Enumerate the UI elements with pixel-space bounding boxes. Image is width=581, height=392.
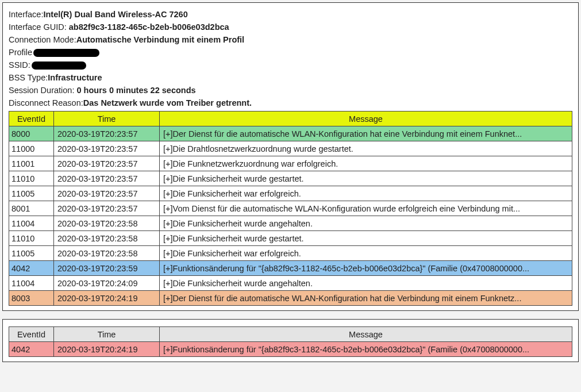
cell-time: 2020-03-19T20:24:19 [54,291,160,306]
table-row[interactable]: 110102020-03-19T20:23:57[+]Die Funksiche… [9,171,572,186]
cell-time: 2020-03-19T20:23:57 [54,126,160,141]
guid-label: Interface GUID: [9,22,69,32]
events-table-main: EventId Time Message 80002020-03-19T20:2… [9,111,572,306]
header-message: Message [160,327,572,342]
ssid-label: SSID: [9,60,30,70]
cell-message: [+]Vom Dienst für die automatische WLAN-… [160,201,572,216]
cell-message: [+]Der Dienst für die automatische WLAN-… [160,291,572,306]
table-row[interactable]: 110012020-03-19T20:23:57[+]Die Funknetzw… [9,156,572,171]
ssid-line: SSID: [9,60,572,70]
header-message: Message [160,112,572,126]
cell-time: 2020-03-19T20:23:58 [54,231,160,246]
cell-time: 2020-03-19T20:23:57 [54,201,160,216]
guid-line: Interface GUID: ab82f9c3-1182-465c-b2eb-… [9,22,572,32]
cell-eventid: 11000 [9,141,54,156]
cell-eventid: 8003 [9,291,54,306]
disconnect-line: Disconnect Reason:Das Netzwerk wurde vom… [9,98,572,107]
cell-message: [+]Die Drahtlosnetzwerkzuordnung wurde g… [160,141,572,156]
cell-message: [+]Funktionsänderung für "{ab82f9c3-1182… [160,342,572,357]
table-header-row: EventId Time Message [9,112,572,126]
table-row[interactable]: 80012020-03-19T20:23:57[+]Vom Dienst für… [9,201,572,216]
guid-value: ab82f9c3-1182-465c-b2eb-b006e03d2bca [69,22,229,32]
cell-eventid: 8000 [9,126,54,141]
table-row[interactable]: 40422020-03-19T20:24:19[+]Funktionsänder… [9,342,572,357]
cell-eventid: 11004 [9,216,54,231]
connmode-label: Connection Mode: [9,35,76,44]
cell-time: 2020-03-19T20:23:57 [54,186,160,201]
cell-time: 2020-03-19T20:23:57 [54,141,160,156]
table-row[interactable]: 80032020-03-19T20:24:19[+]Der Dienst für… [9,291,572,306]
cell-eventid: 4042 [9,342,54,357]
cell-eventid: 11005 [9,246,54,261]
cell-message: [+]Die Funknetzwerkzuordnung war erfolgr… [160,156,572,171]
bsstype-line: BSS Type:Infrastructure [9,73,572,82]
table-row[interactable]: 110052020-03-19T20:23:57[+]Die Funksiche… [9,186,572,201]
duration-value: 0 hours 0 minutes 22 seconds [76,86,195,95]
cell-time: 2020-03-19T20:24:19 [54,342,160,357]
cell-time: 2020-03-19T20:24:09 [54,276,160,291]
table-row[interactable]: 110052020-03-19T20:23:58[+]Die Funksiche… [9,246,572,261]
table-row[interactable]: 40422020-03-19T20:23:59[+]Funktionsänder… [9,261,572,276]
table-row[interactable]: 110042020-03-19T20:24:09[+]Die Funksiche… [9,276,572,291]
session-panel: Interface:Intel(R) Dual Band Wireless-AC… [2,2,579,311]
duration-line: Session Duration: 0 hours 0 minutes 22 s… [9,86,572,95]
interface-label: Interface: [9,10,43,19]
header-eventid: EventId [9,112,54,126]
interface-value: Intel(R) Dual Band Wireless-AC 7260 [43,10,187,19]
table-row[interactable]: 110042020-03-19T20:23:58[+]Die Funksiche… [9,216,572,231]
cell-time: 2020-03-19T20:23:59 [54,261,160,276]
bsstype-value: Infrastructure [48,73,102,82]
cell-time: 2020-03-19T20:23:58 [54,216,160,231]
cell-message: [+]Die Funksicherheit war erfolgreich. [160,186,572,201]
bsstype-label: BSS Type: [9,73,48,82]
cell-message: [+]Die Funksicherheit wurde gestartet. [160,231,572,246]
cell-message: [+]Die Funksicherheit war erfolgreich. [160,246,572,261]
events-table-secondary: EventId Time Message 40422020-03-19T20:2… [9,326,572,357]
cell-eventid: 11010 [9,171,54,186]
cell-time: 2020-03-19T20:23:57 [54,156,160,171]
table-row[interactable]: 110102020-03-19T20:23:58[+]Die Funksiche… [9,231,572,246]
redaction-mark [33,49,99,57]
cell-eventid: 11005 [9,186,54,201]
cell-time: 2020-03-19T20:23:58 [54,246,160,261]
cell-message: [+]Funktionsänderung für "{ab82f9c3-1182… [160,261,572,276]
cell-message: [+]Die Funksicherheit wurde gestartet. [160,171,572,186]
cell-eventid: 4042 [9,261,54,276]
cell-message: [+]Die Funksicherheit wurde angehalten. [160,216,572,231]
profile-label: Profile [9,48,32,57]
disconnect-label: Disconnect Reason: [9,98,83,107]
table-row[interactable]: 80002020-03-19T20:23:57[+]Der Dienst für… [9,126,572,141]
connmode-value: Automatische Verbindung mit einem Profil [76,35,244,44]
profile-line: Profile [9,48,572,57]
cell-eventid: 11010 [9,231,54,246]
redaction-mark [32,62,86,70]
cell-eventid: 8001 [9,201,54,216]
interface-line: Interface:Intel(R) Dual Band Wireless-AC… [9,10,572,19]
table-header-row: EventId Time Message [9,327,572,342]
table-row[interactable]: 110002020-03-19T20:23:57[+]Die Drahtlosn… [9,141,572,156]
cell-message: [+]Die Funksicherheit wurde angehalten. [160,276,572,291]
cell-message: [+]Der Dienst für die automatische WLAN-… [160,126,572,141]
header-time: Time [54,327,160,342]
disconnect-value: Das Netzwerk wurde vom Treiber getrennt. [83,98,252,107]
secondary-panel: EventId Time Message 40422020-03-19T20:2… [2,319,579,362]
header-time: Time [54,112,160,126]
header-eventid: EventId [9,327,54,342]
cell-eventid: 11001 [9,156,54,171]
duration-label: Session Duration: [9,86,76,95]
cell-eventid: 11004 [9,276,54,291]
connmode-line: Connection Mode:Automatische Verbindung … [9,35,572,44]
cell-time: 2020-03-19T20:23:57 [54,171,160,186]
